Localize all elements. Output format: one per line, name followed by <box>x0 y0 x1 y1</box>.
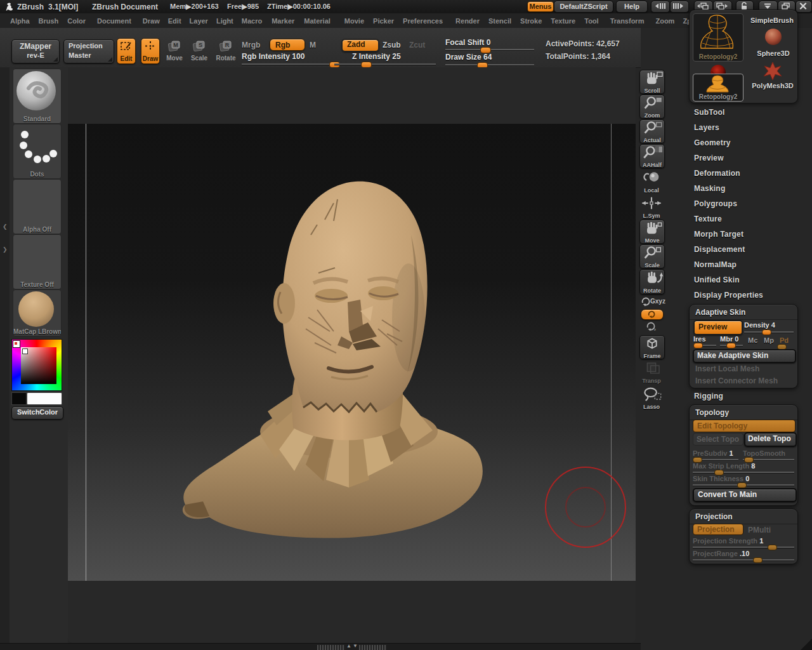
mc-toggle[interactable]: Mc <box>748 336 757 344</box>
presubdiv-slider[interactable]: PreSubdiv 1 <box>693 449 738 461</box>
insert-connector-mesh-button[interactable]: Insert Connector Mesh <box>695 376 778 385</box>
menu-material[interactable]: Material <box>304 17 331 25</box>
z-intensity-slider[interactable]: Z Intensity 25 <box>334 52 436 65</box>
menu-color[interactable]: Color <box>67 17 86 25</box>
preview-button[interactable]: Preview <box>693 320 743 335</box>
tool-item-simplebrush[interactable]: SimpleBrush <box>750 17 794 24</box>
left-tray-arrow-icon[interactable]: ❮ <box>3 223 8 230</box>
help-button[interactable]: Help <box>616 1 648 13</box>
adaptive-skin-header[interactable]: Adaptive Skin <box>690 305 797 320</box>
scale-button[interactable]: S Scale <box>190 38 209 63</box>
max-strip-length-slider[interactable]: Max Strip Length 8 <box>693 462 794 474</box>
zmapper-button[interactable]: ZMapper rev-E <box>11 39 60 63</box>
ires-knob[interactable] <box>693 343 703 348</box>
menu-picker[interactable]: Picker <box>373 17 394 25</box>
hscroll-hatch-left[interactable] <box>317 645 345 650</box>
delete-topo-button[interactable]: Delete Topo <box>744 432 797 447</box>
section-morph-target[interactable]: Morph Target <box>694 230 743 239</box>
rotate-on-axis-button[interactable] <box>641 309 664 320</box>
rgb-intensity-slider[interactable]: Rgb Intensity 100 <box>242 52 337 65</box>
menu-macro[interactable]: Macro <box>242 17 262 25</box>
section-subtool[interactable]: SubTool <box>694 108 725 117</box>
menu-movie[interactable]: Movie <box>344 17 364 25</box>
current-brush-tile[interactable]: Standard <box>13 69 62 124</box>
menu-alpha[interactable]: Alpha <box>10 17 30 25</box>
tool-item-polymesh3d[interactable]: PolyMesh3D <box>750 61 795 93</box>
tool-item-sphere3d[interactable]: Sphere3D <box>753 27 794 60</box>
section-rigging[interactable]: Rigging <box>694 392 723 401</box>
sv-selector[interactable] <box>22 348 28 354</box>
menu-document[interactable]: Document <box>97 17 131 25</box>
skin-thickness-knob[interactable] <box>737 482 747 488</box>
menu-marker[interactable]: Marker <box>272 17 294 25</box>
zadd-toggle[interactable]: Zadd <box>341 39 379 52</box>
projection-master-button[interactable]: Projection Master <box>63 39 114 63</box>
current-texture-tile[interactable]: Texture Off <box>13 234 62 289</box>
mrgb-toggle[interactable]: Mrgb <box>242 41 260 50</box>
section-texture[interactable]: Texture <box>694 215 722 223</box>
left-tray-arrow-icon[interactable]: ❯ <box>3 246 8 253</box>
mbr-slider[interactable]: Mbr 0 <box>720 335 743 347</box>
menu-stroke[interactable]: Stroke <box>520 17 542 25</box>
make-adaptive-skin-button[interactable]: Make Adaptive Skin <box>693 349 796 363</box>
edit-button[interactable]: Edit <box>117 38 136 64</box>
model-bust[interactable] <box>159 159 495 540</box>
section-displacement[interactable]: Displacement <box>694 245 745 254</box>
scroll-up-icon[interactable]: ▲ <box>346 643 351 649</box>
section-polygroups[interactable]: Polygroups <box>694 199 737 208</box>
menus-button[interactable]: Menus <box>527 1 554 12</box>
ires-slider[interactable]: Ires <box>693 335 716 347</box>
zsub-toggle[interactable]: Zsub <box>383 41 401 50</box>
tool-item-retopology2-selected[interactable]: Retopology2 <box>693 74 743 102</box>
aahalf-tool[interactable]: AAHalf <box>639 144 665 168</box>
scroll-down-icon[interactable]: ▼ <box>353 643 358 649</box>
color-picker[interactable] <box>11 339 62 391</box>
menu-preferences[interactable]: Preferences <box>403 17 443 25</box>
menu-stencil[interactable]: Stencil <box>488 17 511 25</box>
menu-brush[interactable]: Brush <box>39 17 59 25</box>
menu-zoom[interactable]: Zoom <box>655 17 674 25</box>
document[interactable] <box>68 124 636 581</box>
active-tool-thumbnail[interactable]: Retopology2 <box>693 13 743 62</box>
section-geometry[interactable]: Geometry <box>694 138 731 147</box>
pmulti-toggle[interactable]: PMulti <box>748 526 771 534</box>
resize-corner[interactable] <box>801 639 812 650</box>
zoom-tool[interactable]: Zoom <box>639 95 665 119</box>
projection-header[interactable]: Projection <box>690 509 797 524</box>
section-normalmap[interactable]: NormalMap <box>694 260 737 269</box>
density-slider[interactable]: Density 4 <box>744 321 794 333</box>
projection-strength-slider[interactable]: Projection Strength 1 <box>693 537 794 548</box>
density-knob[interactable] <box>762 329 771 335</box>
menu-tool[interactable]: Tool <box>584 17 598 25</box>
scroll-tool[interactable]: Scroll <box>639 70 665 94</box>
gxyz-tool[interactable]: Gxyz <box>639 296 664 308</box>
hscroll-hatch-right[interactable] <box>359 645 387 650</box>
convert-to-main-button[interactable]: Convert To Main <box>693 488 797 502</box>
canvas-area[interactable] <box>68 67 636 643</box>
default-zscript-button[interactable]: DefaultZScript <box>554 1 613 13</box>
primary-color-swatch[interactable] <box>27 392 62 405</box>
lsym-tool[interactable]: L.Sym <box>639 196 664 218</box>
topology-header[interactable]: Topology <box>690 405 797 420</box>
select-topo-button[interactable]: Select Topo <box>693 433 743 446</box>
close-button[interactable] <box>796 1 812 13</box>
menu-transform[interactable]: Transform <box>610 17 645 25</box>
section-preview[interactable]: Preview <box>694 154 724 162</box>
scale-view-tool[interactable]: Scale <box>639 244 665 269</box>
draw-size-slider[interactable]: Draw Size 64 <box>445 53 534 65</box>
actual-tool[interactable]: Actual <box>639 119 665 143</box>
current-alpha-tile[interactable]: Alpha Off <box>13 179 62 234</box>
frame-tool[interactable]: Frame <box>639 335 665 359</box>
current-material-tile[interactable]: MatCap LBrown0 <box>13 289 62 336</box>
menu-light[interactable]: Light <box>216 17 233 25</box>
lasso-tool[interactable]: Lasso <box>639 387 664 409</box>
menu-layer[interactable]: Layer <box>190 17 208 25</box>
section-layers[interactable]: Layers <box>694 123 719 132</box>
mp-toggle[interactable]: Mp <box>764 336 774 344</box>
pd-toggle[interactable]: Pd <box>780 336 789 344</box>
current-stroke-tile[interactable]: Dots <box>13 124 62 179</box>
insert-local-mesh-button[interactable]: Insert Local Mesh <box>695 364 759 373</box>
secondary-color-swatch[interactable] <box>11 392 27 405</box>
zcut-toggle[interactable]: Zcut <box>409 41 425 50</box>
edit-topology-button[interactable]: Edit Topology <box>693 420 796 432</box>
